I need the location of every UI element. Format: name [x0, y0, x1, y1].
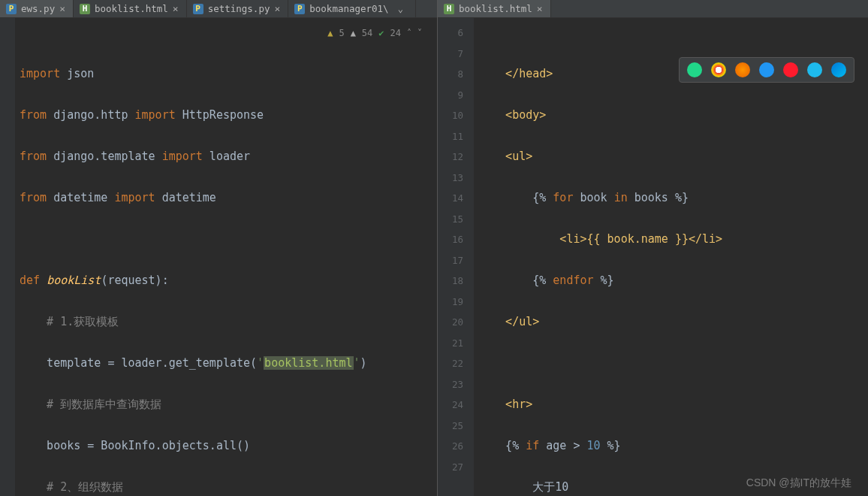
tab-label: booklist.html — [95, 3, 168, 14]
chevron-up-icon[interactable]: ˄ — [407, 23, 411, 44]
tab-booklist-html[interactable]: H booklist.html × — [74, 0, 187, 17]
code-line[interactable]: </ul> — [474, 312, 868, 333]
warning-count: 5 — [339, 23, 344, 44]
python-icon: P — [193, 4, 203, 14]
inspections-widget[interactable]: ▲5 ▲54 ✔24 ˄ ˅ — [324, 23, 425, 45]
code-line[interactable]: template = loader.get_template('booklist… — [15, 353, 437, 374]
left-editor-panel: P ews.py × H booklist.html × P settings.… — [0, 0, 437, 496]
right-tabs: H booklist.html × — [438, 0, 868, 18]
code-line[interactable]: from django.template import loader — [15, 147, 437, 168]
close-icon[interactable]: × — [59, 3, 65, 14]
tab-settings-py[interactable]: P settings.py × — [187, 0, 289, 17]
code-area[interactable]: ▲5 ▲54 ✔24 ˄ ˅ import json from django.h… — [15, 18, 437, 496]
code-line[interactable] — [15, 229, 437, 250]
close-icon[interactable]: × — [274, 3, 280, 14]
tab-ews-py[interactable]: P ews.py × — [0, 0, 74, 17]
close-icon[interactable]: × — [537, 3, 543, 14]
chevron-down-icon[interactable]: ⌄ — [393, 4, 408, 14]
left-tabs: P ews.py × H booklist.html × P settings.… — [0, 0, 437, 18]
html-icon: H — [80, 4, 90, 14]
code-line[interactable] — [474, 353, 868, 374]
tab-label: bookmanager01\ — [309, 3, 388, 14]
ok-count: 24 — [390, 23, 401, 44]
tab-label: settings.py — [208, 3, 270, 14]
tab-label: ews.py — [21, 3, 55, 14]
fold-gutter — [0, 18, 15, 496]
warning-icon: ▲ — [327, 23, 333, 44]
left-editor[interactable]: ▲5 ▲54 ✔24 ˄ ˅ import json from django.h… — [0, 18, 437, 496]
tab-booklist-html[interactable]: H booklist.html × — [438, 0, 551, 17]
code-line[interactable]: from datetime import datetime — [15, 188, 437, 209]
python-icon: P — [294, 4, 305, 14]
right-editor-panel: H booklist.html × 6789101112131415161718… — [437, 0, 868, 496]
code-line[interactable]: <ul> — [474, 147, 868, 168]
code-line[interactable]: </head> — [474, 64, 868, 85]
tab-label: booklist.html — [459, 3, 532, 14]
code-line[interactable]: # 到数据库中查询数据 — [15, 395, 437, 416]
code-line[interactable]: import json — [15, 64, 437, 85]
code-line[interactable]: from django.http import HttpResponse — [15, 105, 437, 126]
code-line[interactable]: {% for book in books %} — [474, 188, 868, 209]
code-line[interactable]: {% if age > 10 %} — [474, 436, 868, 457]
tab-bookmanager01[interactable]: P bookmanager01\ ⌄ — [288, 0, 416, 17]
python-icon: P — [6, 4, 17, 14]
code-line[interactable]: # 1.获取模板 — [15, 312, 437, 333]
code-line[interactable]: <hr> — [474, 395, 868, 416]
code-line[interactable]: # 2、组织数据 — [15, 477, 437, 496]
line-gutter: 6789101112131415161718192021222324252627 — [438, 18, 474, 496]
code-line[interactable]: {% endfor %} — [474, 271, 868, 292]
code-line[interactable]: def bookList(request): — [15, 271, 437, 292]
weak-warning-icon: ▲ — [351, 23, 356, 44]
html-icon: H — [444, 4, 454, 14]
watermark: CSDN @搞IT的放牛娃 — [746, 476, 851, 490]
chevron-down-icon[interactable]: ˅ — [417, 23, 422, 44]
code-line[interactable]: books = BookInfo.objects.all() — [15, 436, 437, 457]
code-line[interactable]: <body> — [474, 105, 868, 126]
close-icon[interactable]: × — [173, 3, 179, 14]
code-line[interactable]: <li>{{ book.name }}</li> — [474, 229, 868, 250]
right-editor[interactable]: 6789101112131415161718192021222324252627… — [438, 18, 868, 496]
code-area[interactable]: </head> <body> <ul> {% for book in books… — [474, 18, 868, 496]
weak-count: 54 — [362, 23, 372, 44]
checkmark-icon: ✔ — [378, 23, 384, 44]
